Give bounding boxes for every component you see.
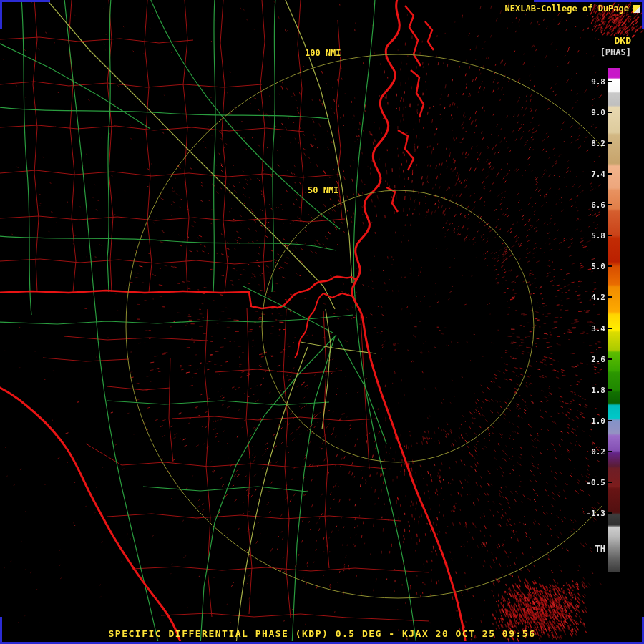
colorbar-tick-mark (608, 451, 612, 452)
colorbar-tick-label: 3.4 (591, 323, 605, 333)
brand-text: NEXLAB-College of DuPage (505, 4, 629, 14)
colorbar-tick-mark (608, 296, 612, 298)
colorbar-tick-mark (608, 420, 612, 421)
product-code: DKD (615, 35, 631, 46)
colorbar-tick-mark (608, 235, 612, 236)
colorbar-labels: 9.89.08.27.46.65.85.04.23.42.61.81.00.2-… (574, 68, 605, 572)
colorbar-tick-mark (608, 328, 612, 329)
colorbar-tick-label: 7.4 (591, 170, 605, 179)
ring-label-50nmi: 50 NMI (308, 185, 338, 195)
state-border (0, 277, 356, 308)
colorbar-tick-label: 0.2 (591, 447, 605, 456)
colorbar-tick-mark (608, 142, 612, 144)
colorbar-tick-label: 2.6 (591, 354, 605, 364)
colorbar-tick-mark (608, 358, 612, 360)
colorbar-tick-mark (608, 512, 612, 514)
colorbar-tick-label: 6.6 (591, 200, 605, 210)
colorbar-tick-label: 4.2 (591, 293, 605, 302)
colorbar-tick-mark (608, 265, 612, 267)
colorbar-tick-label: 1.0 (591, 416, 605, 425)
units-label: [PHAS] (600, 47, 631, 57)
frame-border-segment (0, 0, 50, 2)
colorbar-tick-mark (608, 173, 612, 175)
colorbar-tick-label: -1.3 (587, 508, 606, 517)
sea-islands (386, 6, 434, 212)
colorbar-gradient (608, 68, 620, 572)
colorbar-tick-mark (608, 81, 612, 82)
colorbar-tick-label: 8.2 (591, 139, 605, 148)
colorbar-tick-label: 9.8 (591, 77, 605, 87)
colorbar-tick-mark (608, 482, 612, 483)
colorbar-tick-mark (608, 204, 612, 205)
frame-border-segment (534, 0, 644, 2)
basemap-layer: 100 NMI 50 NMI (0, 0, 644, 644)
ring-label-100nmi: 100 NMI (305, 48, 341, 58)
state-border-and-coastline (0, 0, 466, 644)
header-brand: NEXLAB-College of DuPage (505, 4, 640, 14)
gulf-coastline (0, 386, 182, 644)
colorbar-tick-label: -0.5 (587, 477, 606, 487)
status-text: SPECIFIC DIFFERENTIAL PHASE (KDP) 0.5 DE… (0, 628, 644, 639)
colorbar-tick-label: 9.0 (591, 108, 605, 117)
colorbar-tick-label: 1.8 (591, 385, 605, 394)
colorbar-tick-mark (608, 389, 612, 391)
colorbar-tick-mark (608, 112, 612, 113)
frame-border-segment (0, 0, 2, 29)
colorbar-bottom-label: TH (574, 544, 605, 554)
range-ring-50nmi (262, 190, 534, 462)
county-boundaries (0, 0, 429, 621)
atlantic-coastline (352, 0, 466, 644)
highways-green (0, 0, 416, 644)
cod-logo-icon (633, 5, 640, 13)
colorbar-tick-label: 5.8 (591, 231, 605, 240)
radar-display: 100 NMI 50 NMI NEXLAB-College of DuPage … (0, 0, 644, 644)
colorbar-tick-label: 5.0 (591, 262, 605, 271)
